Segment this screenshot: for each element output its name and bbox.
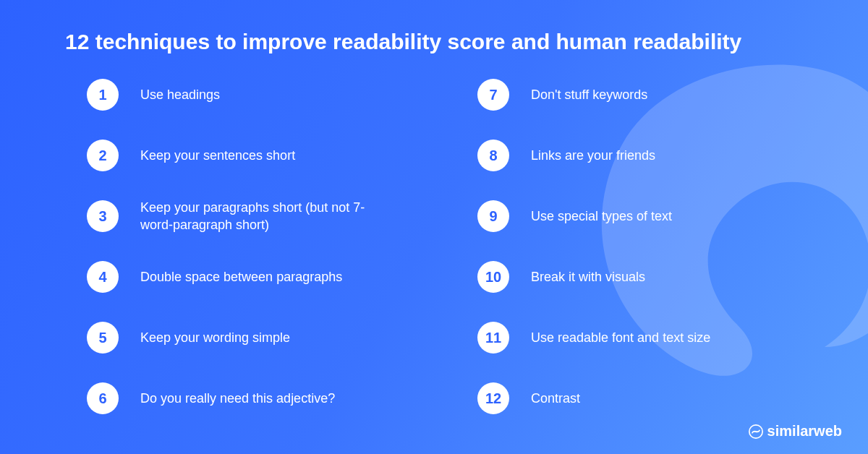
- item-label: Do you really need this adjective?: [140, 390, 335, 407]
- list-item: 2 Keep your sentences short: [87, 136, 412, 175]
- item-label: Use headings: [140, 86, 220, 103]
- item-number: 6: [87, 382, 119, 414]
- item-label: Use special types of text: [531, 207, 672, 225]
- item-label: Use readable font and text size: [531, 329, 710, 346]
- list-item: 10 Break it with visuals: [477, 257, 803, 296]
- page-title: 12 techniques to improve readability sco…: [65, 29, 803, 55]
- item-label: Links are your friends: [531, 147, 655, 164]
- item-number: 11: [477, 322, 509, 354]
- item-number: 4: [87, 261, 119, 293]
- item-number: 2: [87, 140, 119, 171]
- item-number: 9: [477, 200, 509, 232]
- list-item: 4 Double space between paragraphs: [87, 257, 412, 296]
- item-number: 12: [477, 382, 509, 414]
- item-label: Don't stuff keywords: [531, 86, 647, 103]
- item-label: Keep your paragraphs short (but not 7-wo…: [140, 199, 372, 234]
- item-number: 7: [477, 79, 509, 111]
- item-number: 5: [87, 322, 119, 354]
- item-number: 8: [477, 140, 509, 171]
- item-label: Contrast: [531, 390, 580, 407]
- list-item: 5 Keep your wording simple: [87, 318, 412, 357]
- column-right: 7 Don't stuff keywords 8 Links are your …: [456, 75, 803, 418]
- list-item: 1 Use headings: [87, 75, 412, 114]
- brand-logo: similarweb: [749, 423, 842, 440]
- item-number: 10: [477, 261, 509, 293]
- list-item: 8 Links are your friends: [477, 136, 803, 175]
- brand-text: similarweb: [767, 423, 842, 440]
- item-label: Keep your wording simple: [140, 329, 290, 346]
- item-label: Keep your sentences short: [140, 147, 295, 164]
- item-number: 1: [87, 79, 119, 111]
- item-label: Break it with visuals: [531, 268, 645, 286]
- list-item: 12 Contrast: [477, 379, 803, 418]
- item-number: 3: [87, 200, 119, 232]
- techniques-columns: 1 Use headings 2 Keep your sentences sho…: [65, 75, 803, 418]
- list-item: 3 Keep your paragraphs short (but not 7-…: [87, 197, 412, 236]
- similarweb-icon: [749, 424, 763, 439]
- list-item: 11 Use readable font and text size: [477, 318, 803, 357]
- column-left: 1 Use headings 2 Keep your sentences sho…: [65, 75, 412, 418]
- item-label: Double space between paragraphs: [140, 268, 342, 286]
- list-item: 7 Don't stuff keywords: [477, 75, 803, 114]
- list-item: 9 Use special types of text: [477, 197, 803, 236]
- list-item: 6 Do you really need this adjective?: [87, 379, 412, 418]
